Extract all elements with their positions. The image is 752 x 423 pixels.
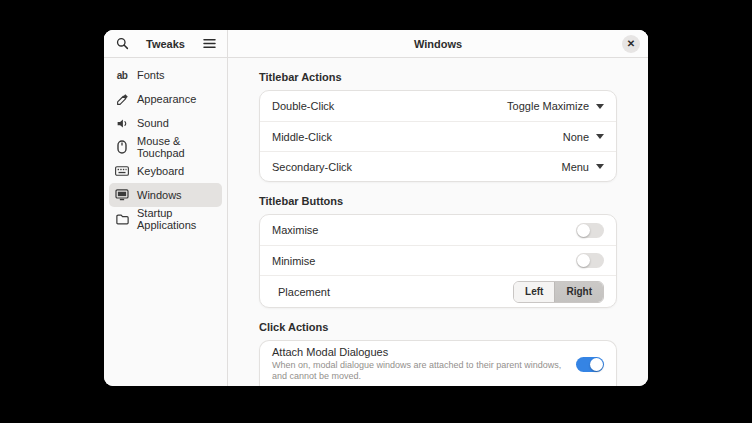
- sidebar-item-mouse-touchpad[interactable]: Mouse & Touchpad: [109, 135, 222, 159]
- section-heading-titlebar-buttons: Titlebar Buttons: [259, 195, 617, 207]
- monitor-icon: [115, 188, 129, 202]
- screen-background: Tweaks ab Fonts Appearance: [0, 0, 752, 423]
- minimise-toggle[interactable]: [576, 253, 604, 268]
- main-content: Windows ✕ Titlebar Actions Double-Click …: [228, 30, 648, 386]
- setting-label: Attach Modal Dialogues: [272, 346, 567, 358]
- sidebar-headerbar: Tweaks: [104, 30, 227, 58]
- app-title: Tweaks: [146, 38, 185, 50]
- setting-row-attach-modal-dialogues: Attach Modal Dialogues When on, modal di…: [260, 341, 616, 386]
- dropdown-value: Menu: [561, 161, 589, 173]
- sidebar-item-windows[interactable]: Windows: [109, 183, 222, 207]
- close-icon: ✕: [627, 39, 635, 49]
- search-icon[interactable]: [114, 36, 130, 52]
- chevron-down-icon: [596, 134, 604, 139]
- hamburger-menu-icon[interactable]: [201, 36, 217, 52]
- sidebar-item-label: Fonts: [137, 69, 165, 81]
- chevron-down-icon: [596, 164, 604, 169]
- sidebar-item-label: Keyboard: [137, 165, 184, 177]
- placement-left-button[interactable]: Left: [514, 282, 554, 302]
- settings-scroll-area: Titlebar Actions Double-Click Toggle Max…: [228, 58, 648, 386]
- setting-row-minimise: Minimise: [260, 245, 616, 275]
- sidebar-item-label: Mouse & Touchpad: [137, 135, 216, 159]
- middle-click-dropdown[interactable]: None: [563, 131, 604, 143]
- click-actions-card: Attach Modal Dialogues When on, modal di…: [259, 340, 617, 386]
- placement-right-button[interactable]: Right: [554, 282, 603, 302]
- sidebar: Tweaks ab Fonts Appearance: [104, 30, 228, 386]
- titlebar-actions-card: Double-Click Toggle Maximize Middle-Clic…: [259, 90, 617, 182]
- sidebar-nav-list: ab Fonts Appearance Sound: [104, 58, 227, 236]
- section-heading-click-actions: Click Actions: [259, 321, 617, 333]
- sidebar-item-fonts[interactable]: ab Fonts: [109, 63, 222, 87]
- attach-modal-dialogues-toggle[interactable]: [576, 357, 604, 372]
- setting-row-placement: Placement Left Right: [260, 275, 616, 307]
- double-click-dropdown[interactable]: Toggle Maximize: [507, 100, 604, 112]
- setting-label: Middle-Click: [272, 131, 332, 143]
- toggle-knob: [577, 224, 590, 237]
- titlebar-buttons-card: Maximise Minimise Placement Left Right: [259, 214, 617, 308]
- mouse-icon: [115, 140, 129, 154]
- sidebar-item-label: Windows: [137, 189, 182, 201]
- sidebar-item-label: Startup Applications: [137, 207, 216, 231]
- section-heading-titlebar-actions: Titlebar Actions: [259, 71, 617, 83]
- toggle-knob: [590, 358, 603, 371]
- folder-icon: [115, 212, 129, 226]
- setting-label: Placement: [272, 286, 330, 298]
- setting-label: Minimise: [272, 255, 315, 267]
- sidebar-item-sound[interactable]: Sound: [109, 111, 222, 135]
- setting-text: Attach Modal Dialogues When on, modal di…: [272, 341, 567, 386]
- setting-row-middle-click: Middle-Click None: [260, 121, 616, 151]
- setting-description: When on, modal dialogue windows are atta…: [272, 360, 567, 383]
- content-headerbar: Windows ✕: [228, 30, 648, 58]
- sidebar-item-keyboard[interactable]: Keyboard: [109, 159, 222, 183]
- setting-row-maximise: Maximise: [260, 215, 616, 245]
- sidebar-item-label: Sound: [137, 117, 169, 129]
- sidebar-item-startup-applications[interactable]: Startup Applications: [109, 207, 222, 231]
- appearance-icon: [115, 92, 129, 106]
- maximise-toggle[interactable]: [576, 223, 604, 238]
- sidebar-item-label: Appearance: [137, 93, 196, 105]
- keyboard-icon: [115, 164, 129, 178]
- setting-row-secondary-click: Secondary-Click Menu: [260, 151, 616, 181]
- dropdown-value: None: [563, 131, 589, 143]
- toggle-knob: [577, 254, 590, 267]
- setting-label: Maximise: [272, 224, 318, 236]
- fonts-icon: ab: [115, 68, 129, 82]
- dropdown-value: Toggle Maximize: [507, 100, 589, 112]
- setting-label: Double-Click: [272, 100, 334, 112]
- placement-segmented-control: Left Right: [513, 281, 604, 303]
- close-button[interactable]: ✕: [622, 35, 640, 53]
- tweaks-window: Tweaks ab Fonts Appearance: [104, 30, 648, 386]
- page-title: Windows: [414, 38, 462, 50]
- sidebar-item-appearance[interactable]: Appearance: [109, 87, 222, 111]
- setting-row-double-click: Double-Click Toggle Maximize: [260, 91, 616, 121]
- chevron-down-icon: [596, 104, 604, 109]
- sound-icon: [115, 116, 129, 130]
- setting-label: Secondary-Click: [272, 161, 352, 173]
- secondary-click-dropdown[interactable]: Menu: [561, 161, 604, 173]
